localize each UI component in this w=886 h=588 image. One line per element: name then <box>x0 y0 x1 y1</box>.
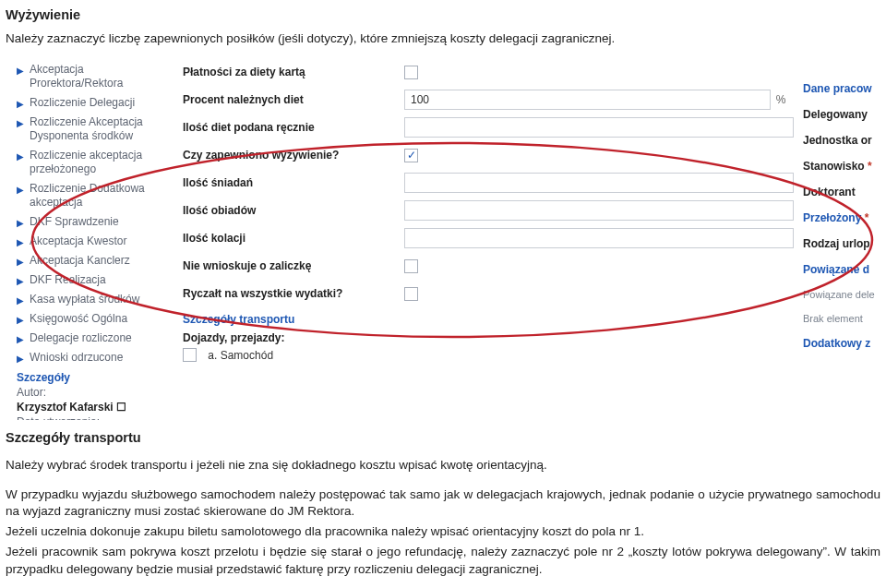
form-value-cell <box>404 66 794 79</box>
text-input[interactable] <box>404 90 771 110</box>
form-value-cell <box>404 200 794 221</box>
form-row: Nie wnioskuje o zaliczkę <box>183 252 794 280</box>
sidebar-item[interactable]: ▶Kasa wypłata środków <box>17 290 164 309</box>
chevron-right-icon: ▶ <box>17 183 24 197</box>
text-input[interactable] <box>404 173 794 193</box>
form-value-cell <box>404 149 794 162</box>
sidebar-item-label: Rozliczenie Dodatkowa akceptacja <box>30 182 145 209</box>
checkbox[interactable] <box>404 149 418 162</box>
form-row: Ilość diet podana ręcznie <box>183 114 794 141</box>
right-label: Jednostka or <box>803 134 886 147</box>
sidebar: ▶Akceptacja Prorektora/Rektora▶Rozliczen… <box>17 60 164 420</box>
right-label: Rodzaj urlop <box>803 237 886 250</box>
chevron-right-icon: ▶ <box>17 294 24 307</box>
form-value-cell <box>404 228 794 248</box>
right-label: Dodatkowy z <box>803 337 886 350</box>
footer-p2: W przypadku wyjazdu służbowego samochode… <box>6 486 880 520</box>
sidebar-item[interactable]: ▶Akceptacja Kwestor <box>17 232 164 251</box>
form-area: Płatności za diety kartąProcent należnyc… <box>183 58 794 362</box>
document-heading-block: Wyżywienie Należy zaznaczyć liczbę zapew… <box>0 0 886 51</box>
right-label: Powiązane d <box>803 263 886 276</box>
form-label: Ilość śniadań <box>183 176 404 189</box>
sidebar-item[interactable]: ▶DKF Realizacja <box>17 270 164 290</box>
form-row: Ilość kolacji <box>183 224 794 252</box>
text-input[interactable] <box>404 200 794 221</box>
right-label: Przełożony * <box>803 211 886 224</box>
sidebar-item[interactable]: ▶Rozliczenie akceptacja przełożonego <box>17 146 164 179</box>
sidebar-item[interactable]: ▶Delegacje rozliczone <box>17 329 164 348</box>
chevron-right-icon: ▶ <box>17 116 24 130</box>
sidebar-item-label: Rozliczenie Delegacji <box>30 96 135 109</box>
chevron-right-icon: ▶ <box>17 216 24 230</box>
car-checkbox[interactable] <box>183 348 197 362</box>
form-label: Ilość diet podana ręcznie <box>183 121 404 134</box>
sidebar-item-label: Akceptacja Kwestor <box>30 234 126 247</box>
footer-p4: Jeżeli pracownik sam pokrywa koszt przel… <box>6 544 880 577</box>
form-label: Ilość obiadów <box>183 204 404 217</box>
details-title: Szczegóły <box>17 371 164 384</box>
details-block: Szczegóły Autor: Krzysztof Kafarski ☐ Da… <box>17 371 164 420</box>
sidebar-item-label: Rozliczenie akceptacja przełożonego <box>30 149 142 175</box>
sidebar-item-label: Delegacje rozliczone <box>30 331 132 344</box>
form-row: Płatności za diety kartą <box>183 58 794 86</box>
percent-suffix: % <box>776 93 786 106</box>
chevron-right-icon: ▶ <box>17 332 24 346</box>
footer-title: Szczegóły transportu <box>6 429 880 448</box>
sidebar-item-label: Księgowość Ogólna <box>30 312 127 325</box>
author-label: Autor: <box>17 386 164 399</box>
sidebar-item-label: DKF Sprawdzenie <box>30 215 119 228</box>
form-row: Ryczałt na wszystkie wydatki? <box>183 280 794 307</box>
form-label: Ilość kolacji <box>183 232 404 245</box>
text-input[interactable] <box>404 117 794 138</box>
sidebar-item[interactable]: ▶DKF Sprawdzenie <box>17 212 164 232</box>
chevron-right-icon: ▶ <box>17 352 24 366</box>
document-footer-block: Szczegóły transportu Należy wybrać środe… <box>0 420 886 588</box>
sidebar-item-label: Rozliczenie Akceptacja Dysponenta środkó… <box>30 115 143 142</box>
sub-title-dojazdy: Dojazdy, przejazdy: <box>183 331 794 344</box>
chevron-right-icon: ▶ <box>17 150 24 163</box>
chevron-right-icon: ▶ <box>17 235 24 249</box>
sidebar-item-label: DKF Realizacja <box>30 273 106 286</box>
sidebar-item[interactable]: ▶Akceptacja Kanclerz <box>17 251 164 270</box>
form-label: Procent należnych diet <box>183 93 404 106</box>
car-label: a. Samochód <box>208 349 273 362</box>
form-value-cell: % <box>404 90 794 110</box>
section-title-transport: Szczegóły transportu <box>183 313 794 326</box>
form-value-cell <box>404 287 794 301</box>
form-value-cell <box>404 259 794 273</box>
checkbox[interactable] <box>404 66 418 79</box>
checkbox[interactable] <box>404 259 418 273</box>
checkbox[interactable] <box>404 287 418 301</box>
chevron-right-icon: ▶ <box>17 97 24 111</box>
sidebar-item[interactable]: ▶Rozliczenie Dodatkowa akceptacja <box>17 179 164 212</box>
footer-p3: Jeżeli uczelnia dokonuje zakupu biletu s… <box>6 523 880 540</box>
sidebar-item[interactable]: ▶Rozliczenie Delegacji <box>17 93 164 113</box>
right-column-labels: Dane pracowDelegowanyJednostka orStanowi… <box>803 69 886 363</box>
heading-wyzywienie: Wyżywienie <box>6 7 880 22</box>
app-screenshot: ▶Akceptacja Prorektora/Rektora▶Rozliczen… <box>0 51 886 420</box>
right-label: Powiązane dele <box>803 289 886 300</box>
sidebar-item-label: Wnioski odrzucone <box>30 351 123 364</box>
car-option-row: a. Samochód <box>183 348 794 362</box>
right-label: Delegowany <box>803 108 886 121</box>
form-row: Ilość śniadań <box>183 169 794 197</box>
sidebar-item[interactable]: ▶Rozliczenie Akceptacja Dysponenta środk… <box>17 113 164 146</box>
right-label: Doktorant <box>803 186 886 198</box>
sidebar-item[interactable]: ▶Akceptacja Prorektora/Rektora <box>17 60 164 93</box>
form-label: Płatności za diety kartą <box>183 66 404 78</box>
sidebar-item[interactable]: ▶Księgowość Ogólna <box>17 309 164 329</box>
sidebar-item-label: Akceptacja Kanclerz <box>30 254 130 267</box>
text-input[interactable] <box>404 228 794 248</box>
form-value-cell <box>404 117 794 138</box>
form-label: Nie wnioskuje o zaliczkę <box>183 259 404 272</box>
sidebar-item-label: Akceptacja Prorektora/Rektora <box>30 63 123 90</box>
chevron-right-icon: ▶ <box>17 313 24 327</box>
sidebar-item[interactable]: ▶Wnioski odrzucone <box>17 348 164 367</box>
chevron-right-icon: ▶ <box>17 255 24 269</box>
heading-description: Należy zaznaczyć liczbę zapewnionych pos… <box>6 31 880 45</box>
form-row: Czy zapewniono wyżywienie? <box>183 141 794 169</box>
form-row: Ilość obiadów <box>183 197 794 224</box>
form-label: Czy zapewniono wyżywienie? <box>183 149 404 162</box>
author-value: Krzysztof Kafarski ☐ <box>17 401 164 414</box>
form-value-cell <box>404 173 794 193</box>
